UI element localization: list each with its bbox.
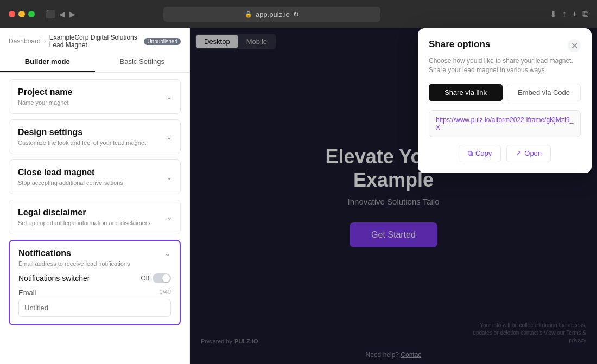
email-label: Email 0/40 <box>18 289 171 297</box>
section-project-name[interactable]: Project name Name your magnet ⌄ <box>9 79 181 114</box>
email-input[interactable] <box>18 299 171 317</box>
browser-right-icons: ⬇ ↑ + ⧉ <box>550 9 588 20</box>
mode-tabs: Builder mode Basic Settings <box>0 52 189 73</box>
notifications-title: Notifications <box>18 248 71 258</box>
fullscreen-button[interactable] <box>28 11 35 17</box>
section-notifications[interactable]: Notifications ⌄ Email address to receive… <box>9 240 181 325</box>
tab-builder-mode[interactable]: Builder mode <box>0 52 95 72</box>
browser-chrome: ⬛ ◀ ▶ 🔒 app.pulz.io ↻ ⬇ ↑ + ⧉ <box>0 0 597 28</box>
toggle-thumb <box>162 274 170 282</box>
status-badge: Unpublished <box>144 38 181 45</box>
section-desc-project-name: Name your magnet <box>18 99 172 106</box>
copy-button[interactable]: ⧉ Copy <box>459 145 501 162</box>
section-desc-close: Stop accepting additional conversations <box>18 180 172 186</box>
close-button[interactable] <box>9 11 15 17</box>
modal-description: Choose how you'd like to share your lead… <box>429 56 581 75</box>
share-via-link-tab[interactable]: Share via link <box>429 84 503 101</box>
sidebar: Dashboard › ExampleCorp Digital Solution… <box>0 28 190 364</box>
share-type-tabs: Share via link Embed via Code <box>429 84 581 101</box>
copy-label: Copy <box>475 149 492 157</box>
chevron-down-icon: ⌄ <box>166 132 173 141</box>
section-desc-design: Customize the look and feel of your lead… <box>18 139 172 146</box>
section-title-legal: Legal disclaimer <box>18 208 172 218</box>
toggle-off-label: Off <box>141 274 149 282</box>
email-char-count: 0/40 <box>160 289 171 297</box>
notifications-desc: Email address to receive lead notificati… <box>18 260 171 267</box>
download-icon[interactable]: ⬇ <box>550 9 557 20</box>
windows-icon[interactable]: ⧉ <box>582 9 588 19</box>
section-legal-disclaimer[interactable]: Legal disclaimer Set up important legal … <box>9 200 181 234</box>
tab-basic-settings[interactable]: Basic Settings <box>95 52 190 72</box>
notifications-toggle[interactable]: Off <box>141 273 171 283</box>
close-modal-button[interactable]: ✕ <box>568 39 581 52</box>
share-actions: ⧉ Copy ↗ Open <box>429 145 581 162</box>
section-design-settings[interactable]: Design settings Customize the look and f… <box>9 119 181 154</box>
newtab-icon[interactable]: + <box>572 9 577 19</box>
modal-title: Share options <box>429 39 490 50</box>
toggle-track[interactable] <box>153 273 171 283</box>
breadcrumb-current-page: ExampleCorp Digital Solutions Lead Magne… <box>49 34 139 49</box>
section-title-project-name: Project name <box>18 87 172 97</box>
breadcrumb-dashboard[interactable]: Dashboard <box>9 37 41 45</box>
lock-icon: 🔒 <box>245 11 252 18</box>
breadcrumb: Dashboard › ExampleCorp Digital Solution… <box>0 28 189 52</box>
share-modal: Share options ✕ Choose how you'd like to… <box>418 28 592 173</box>
modal-header: Share options ✕ <box>429 39 581 52</box>
section-close-lead-magnet[interactable]: Close lead magnet Stop accepting additio… <box>9 159 181 194</box>
notifications-switcher-label: Notifications switcher <box>18 274 90 283</box>
tab-overview-icon[interactable]: ⬛ <box>46 10 55 18</box>
minimize-button[interactable] <box>18 11 25 17</box>
chevron-up-icon: ⌄ <box>164 249 171 258</box>
embed-via-code-tab[interactable]: Embed via Code <box>507 84 581 101</box>
share-icon[interactable]: ↑ <box>562 9 567 19</box>
address-bar[interactable]: 🔒 app.pulz.io ↻ <box>163 7 380 22</box>
open-icon: ↗ <box>516 149 522 157</box>
forward-icon[interactable]: ▶ <box>69 10 75 18</box>
url-text: app.pulz.io <box>256 10 290 18</box>
section-title-design: Design settings <box>18 127 172 137</box>
chevron-down-icon: ⌄ <box>166 92 173 101</box>
chevron-down-icon: ⌄ <box>166 173 173 181</box>
chevron-down-icon: ⌄ <box>166 213 173 221</box>
open-label: Open <box>524 149 542 157</box>
nav-buttons: ⬛ ◀ ▶ <box>46 10 75 18</box>
section-desc-legal: Set up important legal information and d… <box>18 220 172 226</box>
section-title-close: Close lead magnet <box>18 168 172 177</box>
share-url-display: https://www.pulz.io/aiform2022-iframe/gK… <box>429 110 581 137</box>
breadcrumb-separator: › <box>44 37 46 45</box>
open-button[interactable]: ↗ Open <box>506 145 551 162</box>
sidebar-content: Project name Name your magnet ⌄ Design s… <box>0 73 189 364</box>
copy-icon: ⧉ <box>468 149 473 158</box>
back-icon[interactable]: ◀ <box>59 10 65 18</box>
reload-icon[interactable]: ↻ <box>293 10 299 18</box>
traffic-lights <box>9 11 35 17</box>
